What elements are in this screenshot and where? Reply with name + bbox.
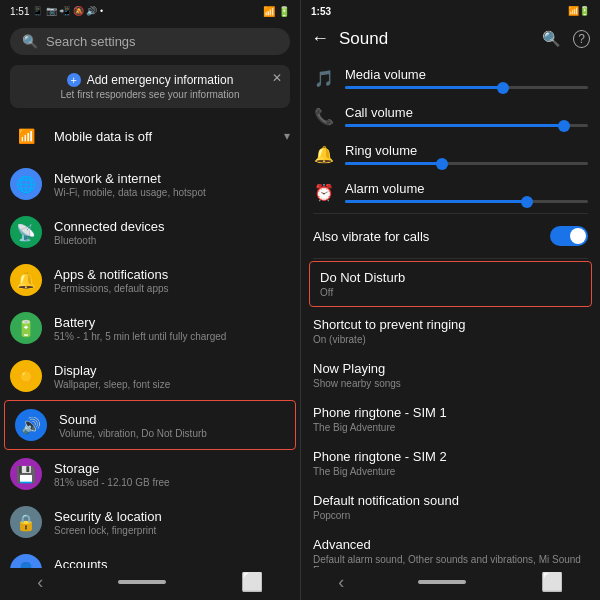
ring-volume-slider[interactable]: [345, 162, 588, 165]
left-nav-bar: ‹ ⬜: [0, 568, 300, 600]
home-pill[interactable]: [118, 580, 166, 584]
emergency-banner: ✕ + Add emergency information Let first …: [10, 65, 290, 108]
call-volume-slider[interactable]: [345, 124, 588, 127]
back-nav-button[interactable]: ‹: [37, 572, 43, 593]
ringtone-sim1-title: Phone ringtone - SIM 1: [313, 405, 588, 420]
connected-sub: Bluetooth: [54, 235, 290, 246]
apps-sub: Permissions, default apps: [54, 283, 290, 294]
call-volume-fill: [345, 124, 564, 127]
alarm-volume-icon: ⏰: [313, 183, 335, 202]
do-not-disturb-row[interactable]: Do Not Disturb Off: [309, 261, 592, 307]
connected-icon: 📡: [10, 216, 42, 248]
emergency-subtitle: Let first responders see your informatio…: [20, 89, 280, 100]
display-title: Display: [54, 363, 290, 378]
storage-icon: 💾: [10, 458, 42, 490]
media-volume-fill: [345, 86, 503, 89]
battery-sub: 51% - 1 hr, 5 min left until fully charg…: [54, 331, 290, 342]
right-recents-nav-button[interactable]: ⬜: [541, 571, 563, 593]
network-sub: Wi-Fi, mobile, data usage, hotspot: [54, 187, 290, 198]
right-panel: 1:53 📶🔋 ← Sound 🔍 ? 🎵 Media volume: [300, 0, 600, 600]
right-status-bar: 1:53 📶🔋: [301, 0, 600, 22]
alarm-volume-thumb[interactable]: [521, 196, 533, 208]
divider-2: [313, 258, 588, 259]
shortcut-ringing-row[interactable]: Shortcut to prevent ringing On (vibrate): [301, 309, 600, 353]
right-status-icons: 📶🔋: [568, 6, 590, 16]
recents-nav-button[interactable]: ⬜: [241, 571, 263, 593]
sidebar-item-battery[interactable]: 🔋 Battery 51% - 1 hr, 5 min left until f…: [0, 304, 300, 352]
header-icons: 🔍 ?: [542, 30, 590, 48]
ringtone-sim2-row[interactable]: Phone ringtone - SIM 2 The Big Adventure: [301, 441, 600, 485]
call-volume-thumb[interactable]: [558, 120, 570, 132]
alarm-volume-fill: [345, 200, 527, 203]
emergency-title: + Add emergency information: [20, 73, 280, 87]
ring-volume-row[interactable]: 🔔 Ring volume: [301, 135, 600, 173]
left-panel: 1:51 📱 📷 📲 🔕 🔊 • 📶 🔋 🔍 Search settings ✕…: [0, 0, 300, 600]
sound-header: ← Sound 🔍 ?: [301, 22, 600, 55]
media-volume-thumb[interactable]: [497, 82, 509, 94]
ring-volume-thumb[interactable]: [436, 158, 448, 170]
shortcut-ringing-sub: On (vibrate): [313, 334, 588, 345]
vibrate-calls-label: Also vibrate for calls: [313, 229, 540, 244]
media-volume-icon: 🎵: [313, 69, 335, 88]
apps-title: Apps & notifications: [54, 267, 290, 282]
sound-title: Sound: [59, 412, 285, 427]
accounts-icon: 👤: [10, 554, 42, 568]
media-volume-slider[interactable]: [345, 86, 588, 89]
settings-list: 📶 Mobile data is off ▾ 🌐 Network & inter…: [0, 112, 300, 568]
alarm-volume-slider[interactable]: [345, 200, 588, 203]
display-icon: ☀️: [10, 360, 42, 392]
call-volume-label: Call volume: [345, 105, 588, 120]
media-volume-label: Media volume: [345, 67, 588, 82]
sidebar-item-sound[interactable]: 🔊 Sound Volume, vibration, Do Not Distur…: [4, 400, 296, 450]
now-playing-sub: Show nearby songs: [313, 378, 588, 389]
now-playing-title: Now Playing: [313, 361, 588, 376]
vibrate-calls-toggle[interactable]: [550, 226, 588, 246]
back-arrow-icon[interactable]: ←: [311, 28, 329, 49]
now-playing-row[interactable]: Now Playing Show nearby songs: [301, 353, 600, 397]
sound-sub: Volume, vibration, Do Not Disturb: [59, 428, 285, 439]
sound-icon: 🔊: [15, 409, 47, 441]
help-icon[interactable]: ?: [573, 30, 590, 48]
connected-title: Connected devices: [54, 219, 290, 234]
chevron-down-icon: ▾: [284, 129, 290, 143]
media-volume-row[interactable]: 🎵 Media volume: [301, 59, 600, 97]
ringtone-sim2-title: Phone ringtone - SIM 2: [313, 449, 588, 464]
accounts-title: Accounts: [54, 557, 290, 569]
right-back-nav-button[interactable]: ‹: [338, 572, 344, 593]
sound-settings-list: 🎵 Media volume 📞 Call volume �: [301, 55, 600, 568]
security-icon: 🔒: [10, 506, 42, 538]
security-title: Security & location: [54, 509, 290, 524]
dnd-subtitle: Off: [320, 287, 581, 298]
sidebar-item-network[interactable]: 🌐 Network & internet Wi-Fi, mobile, data…: [0, 160, 300, 208]
ringtone-sim2-sub: The Big Adventure: [313, 466, 588, 477]
right-home-pill[interactable]: [418, 580, 466, 584]
sidebar-item-security[interactable]: 🔒 Security & location Screen lock, finge…: [0, 498, 300, 546]
call-volume-row[interactable]: 📞 Call volume: [301, 97, 600, 135]
alarm-volume-row[interactable]: ⏰ Alarm volume: [301, 173, 600, 211]
ringtone-sim1-row[interactable]: Phone ringtone - SIM 1 The Big Adventure: [301, 397, 600, 441]
shortcut-ringing-title: Shortcut to prevent ringing: [313, 317, 588, 332]
sidebar-item-accounts[interactable]: 👤 Accounts WhatsApp, Google, Google: [0, 546, 300, 568]
right-nav-bar: ‹ ⬜: [301, 568, 600, 600]
sidebar-item-connected[interactable]: 📡 Connected devices Bluetooth: [0, 208, 300, 256]
search-icon[interactable]: 🔍: [542, 30, 561, 48]
notification-sound-row[interactable]: Default notification sound Popcorn: [301, 485, 600, 529]
ring-volume-label: Ring volume: [345, 143, 588, 158]
advanced-row[interactable]: Advanced Default alarm sound, Other soun…: [301, 529, 600, 568]
ring-volume-fill: [345, 162, 442, 165]
left-status-time: 1:51 📱 📷 📲 🔕 🔊 •: [10, 6, 103, 17]
alarm-volume-label: Alarm volume: [345, 181, 588, 196]
left-status-icons: 📶 🔋: [263, 6, 290, 17]
close-icon[interactable]: ✕: [272, 71, 282, 85]
sidebar-item-storage[interactable]: 💾 Storage 81% used - 12.10 GB free: [0, 450, 300, 498]
network-icon: 🌐: [10, 168, 42, 200]
search-bar[interactable]: 🔍 Search settings: [10, 28, 290, 55]
sidebar-item-display[interactable]: ☀️ Display Wallpaper, sleep, font size: [0, 352, 300, 400]
sidebar-item-mobile-data[interactable]: 📶 Mobile data is off ▾: [0, 112, 300, 160]
sidebar-item-apps[interactable]: 🔔 Apps & notifications Permissions, defa…: [0, 256, 300, 304]
vibrate-calls-row[interactable]: Also vibrate for calls: [301, 216, 600, 256]
mobile-data-title: Mobile data is off: [54, 129, 272, 144]
ringtone-sim1-sub: The Big Adventure: [313, 422, 588, 433]
search-placeholder: Search settings: [46, 34, 136, 49]
advanced-title: Advanced: [313, 537, 588, 552]
